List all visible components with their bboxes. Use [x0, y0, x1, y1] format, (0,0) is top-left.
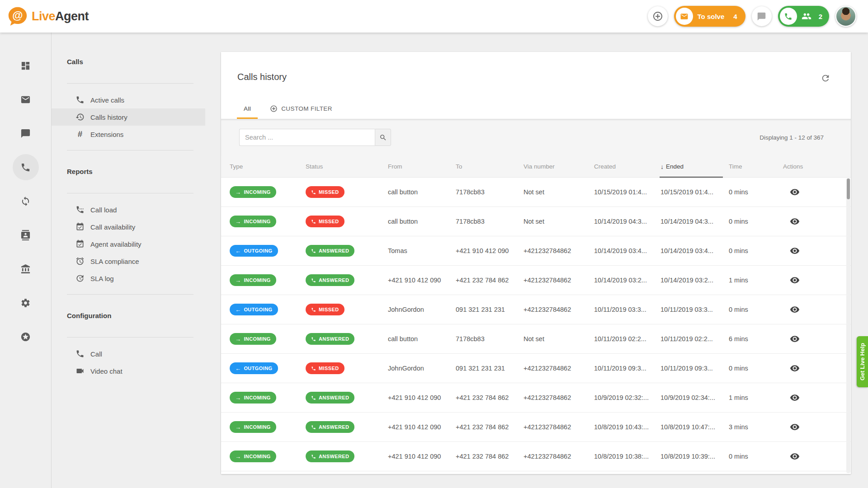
- phone-icon: [780, 8, 797, 25]
- time-cell: 0 mins: [729, 188, 783, 196]
- arrow-right-icon: →: [235, 219, 241, 225]
- sidebar-item-sla-log[interactable]: SLA log: [52, 270, 205, 287]
- sidebar-section-header: Configuration: [52, 311, 205, 321]
- search-input[interactable]: [239, 129, 375, 146]
- created-cell: 10/9/2019 02:32:...: [594, 394, 660, 401]
- phone-icon: [311, 395, 316, 400]
- column-header-from[interactable]: From: [388, 163, 456, 170]
- calls-history-card: Calls history All CUSTOM FILTER Displayi…: [221, 52, 851, 474]
- rail-bank-button[interactable]: [13, 256, 39, 282]
- column-header-created[interactable]: Created: [594, 163, 660, 170]
- column-header-actions[interactable]: Actions: [783, 163, 851, 170]
- rail-contacts-button[interactable]: [13, 222, 39, 248]
- tab-all[interactable]: All: [237, 98, 258, 119]
- rail-phone-button[interactable]: [13, 154, 39, 180]
- sidebar-item-agent-availability[interactable]: Agent availability: [52, 235, 205, 253]
- created-cell: 10/14/2019 03:4...: [594, 247, 660, 254]
- view-call-button[interactable]: [787, 184, 803, 200]
- status-cell: MISSED: [306, 362, 388, 374]
- type-badge: →INCOMING: [230, 216, 276, 227]
- from-cell: +421 910 412 090: [388, 277, 456, 284]
- view-call-button[interactable]: [787, 448, 803, 465]
- get-live-help-tab[interactable]: Get Live Help: [857, 336, 868, 387]
- phone-icon: [311, 366, 316, 371]
- column-header-time[interactable]: Time: [729, 163, 783, 170]
- status-cell: ANSWERED: [306, 421, 388, 433]
- sidebar-item-video-chat[interactable]: Video chat: [52, 362, 205, 380]
- card-header: Calls history All CUSTOM FILTER: [221, 52, 851, 119]
- sidebar-item-call[interactable]: Call: [52, 345, 205, 362]
- mail-icon: [680, 12, 689, 21]
- tab-custom-filter[interactable]: CUSTOM FILTER: [263, 98, 339, 119]
- arrow-left-icon: ←: [235, 307, 241, 313]
- user-avatar[interactable]: [835, 6, 856, 27]
- column-header-via[interactable]: Via number: [524, 163, 594, 170]
- status-cell: MISSED: [306, 216, 388, 227]
- rail-chat-button[interactable]: [13, 120, 39, 146]
- search-group: [239, 129, 391, 146]
- actions-cell: [783, 419, 851, 435]
- view-call-button[interactable]: [787, 272, 803, 288]
- sidebar-item-active-calls[interactable]: Active calls: [52, 91, 205, 108]
- column-header-status[interactable]: Status: [306, 163, 388, 170]
- via-cell: +421232784862: [524, 247, 594, 254]
- ended-cell: 10/14/2019 03:2...: [660, 277, 729, 284]
- to-cell: 091 321 231 231: [456, 306, 524, 313]
- sidebar-item-label: Call availability: [90, 223, 135, 231]
- view-call-button[interactable]: [787, 360, 803, 376]
- from-cell: JohnGordon: [388, 365, 456, 372]
- rail-sync-button[interactable]: [13, 188, 39, 214]
- add-new-button[interactable]: [648, 6, 668, 26]
- to-solve-button[interactable]: To solve 4: [674, 6, 745, 27]
- chat-icon: [20, 128, 31, 139]
- refresh-icon: [821, 73, 830, 83]
- pagination-status: Displaying 1 - 12 of 367: [760, 134, 824, 141]
- table-row: →INCOMINGANSWERED+421 910 412 090+421 23…: [221, 266, 851, 295]
- type-badge: →INCOMING: [230, 274, 276, 286]
- chats-button[interactable]: [752, 6, 772, 26]
- column-label: From: [388, 163, 402, 170]
- table-row: ←OUTGOINGMISSEDJohnGordon091 321 231 231…: [221, 295, 851, 324]
- rail-settings-button[interactable]: [13, 290, 39, 316]
- view-call-button[interactable]: [787, 213, 803, 230]
- sidebar-item-call-load[interactable]: Call load: [52, 201, 205, 218]
- eye-icon: [790, 216, 800, 226]
- time-cell: 0 mins: [729, 365, 783, 372]
- active-calls-button[interactable]: 2: [778, 6, 829, 27]
- rail-mail-button[interactable]: [13, 86, 39, 113]
- rail-dashboard-button[interactable]: [13, 52, 39, 79]
- sidebar-item-sla-compliance[interactable]: SLA compliance: [52, 253, 205, 270]
- to-solve-label: To solve: [698, 13, 725, 20]
- to-cell: +421 232 784 862: [456, 394, 524, 401]
- created-cell: 10/11/2019 09:3...: [594, 365, 660, 372]
- column-header-to[interactable]: To: [456, 163, 524, 170]
- sidebar-item-extensions[interactable]: #Extensions: [52, 126, 205, 143]
- sidebar-item-call-availability[interactable]: Call availability: [52, 218, 205, 235]
- icon-rail: [0, 33, 52, 488]
- view-call-button[interactable]: [787, 243, 803, 259]
- scrollbar-thumb[interactable]: [847, 178, 850, 199]
- sidebar-item-list: Active callsCalls history#Extensions: [52, 91, 205, 143]
- created-cell: 10/14/2019 04:3...: [594, 218, 660, 225]
- refresh-button[interactable]: [817, 70, 834, 86]
- actions-cell: [783, 389, 851, 406]
- phone-icon: [75, 349, 85, 358]
- view-call-button[interactable]: [787, 389, 803, 406]
- view-call-button[interactable]: [787, 331, 803, 347]
- tabs: All CUSTOM FILTER: [237, 98, 339, 119]
- column-header-ended[interactable]: ↓Ended: [660, 156, 729, 177]
- type-cell: →INCOMING: [230, 216, 306, 227]
- eye-icon: [790, 334, 800, 344]
- search-button[interactable]: [375, 129, 391, 146]
- via-cell: +421232784862: [524, 453, 594, 460]
- column-header-type[interactable]: Type: [230, 163, 306, 170]
- view-call-button[interactable]: [787, 419, 803, 435]
- actions-cell: [783, 448, 851, 465]
- rail-star-button[interactable]: [13, 324, 39, 350]
- view-call-button[interactable]: [787, 301, 803, 318]
- type-cell: →INCOMING: [230, 450, 306, 462]
- table-scrollbar[interactable]: [846, 178, 850, 473]
- sidebar-item-calls-history[interactable]: Calls history: [52, 108, 205, 126]
- divider: [67, 150, 193, 150]
- sidebar-item-label: Agent availability: [90, 240, 142, 248]
